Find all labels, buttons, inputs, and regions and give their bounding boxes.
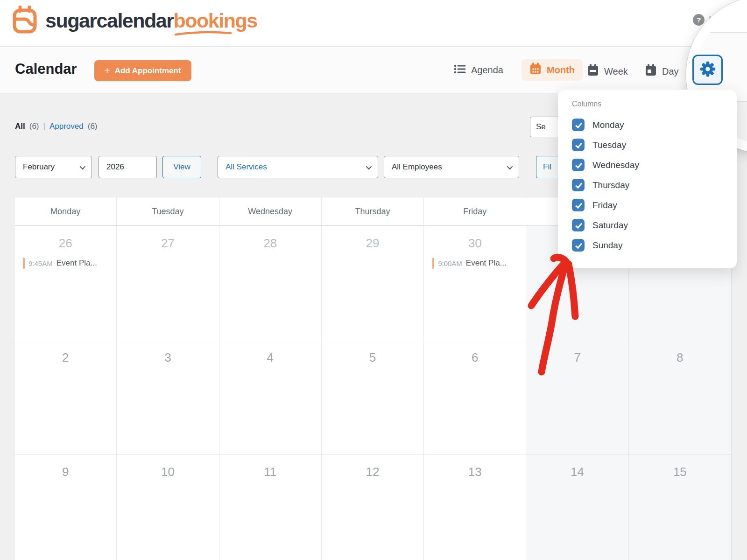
calendar-cell[interactable]: 14 [526, 455, 628, 560]
calendar-cell[interactable]: 269:45AMEvent Pla... [14, 226, 117, 340]
employees-select[interactable]: All Employees [384, 156, 519, 178]
columns-menu-list: MondayTuesdayWednesdayThursdayFridaySatu… [572, 115, 737, 255]
day-header-cell: Thursday [322, 197, 424, 225]
event-title: Event Pla... [56, 259, 97, 268]
calendar-cell[interactable]: 309:00AMEvent Pla... [424, 226, 526, 340]
year-input[interactable]: 2026 [99, 156, 157, 178]
checkbox-label: Saturday [592, 220, 628, 231]
calendar-week-row: 2345678 [14, 340, 731, 455]
sugarcalendar-logo-icon [13, 6, 37, 35]
tab-all[interactable]: All [15, 122, 25, 131]
calendar-cell[interactable]: 10 [117, 455, 219, 560]
cell-date: 29 [322, 236, 423, 251]
question-mark-icon[interactable]: ? [693, 14, 705, 26]
page-title: Calendar [15, 61, 77, 77]
checkmark-icon [575, 181, 582, 189]
cell-date: 11 [219, 465, 321, 479]
settings-button[interactable] [692, 55, 723, 85]
checkbox-checked-icon[interactable] [572, 179, 585, 191]
checkmark-icon [575, 161, 582, 168]
calendar-cell[interactable]: 6 [424, 340, 526, 455]
calendar-cell[interactable]: 15 [629, 455, 731, 560]
cell-date: 26 [14, 236, 116, 251]
event-color-bar [432, 258, 434, 269]
calendar-cell[interactable]: 11 [219, 455, 322, 560]
cell-date: 12 [322, 465, 423, 479]
plus-icon: + [105, 65, 110, 76]
columns-menu-item[interactable]: Monday [572, 115, 737, 135]
event-chip[interactable]: 9:00AMEvent Pla... [432, 258, 507, 269]
agenda-list-icon [454, 64, 466, 77]
cell-date: 15 [629, 465, 731, 479]
calendar-cell[interactable]: 5 [322, 340, 424, 455]
view-tab-agenda[interactable]: Agenda [454, 64, 503, 77]
view-tab-day[interactable]: Day [645, 64, 679, 79]
checkbox-checked-icon[interactable] [572, 139, 585, 151]
event-title: Event Pla... [466, 259, 507, 268]
cell-date: 9 [14, 465, 116, 479]
help-link[interactable]: ? H [693, 14, 715, 26]
checkbox-checked-icon[interactable] [572, 199, 585, 211]
view-button[interactable]: View [162, 156, 201, 178]
view-tab-month[interactable]: Month [521, 59, 583, 81]
top-bar: sugarcalendar bookings ? H [0, 0, 747, 47]
calendar-cell[interactable]: 12 [322, 455, 424, 560]
columns-menu-item[interactable]: Wednesday [572, 155, 737, 175]
chevron-down-icon [80, 163, 86, 169]
checkbox-checked-icon[interactable] [572, 239, 585, 252]
columns-menu-item[interactable]: Thursday [572, 175, 737, 195]
checkmark-icon [575, 141, 582, 148]
day-header-cell: Wednesday [219, 197, 322, 225]
month-select[interactable]: February [15, 156, 92, 178]
checkbox-checked-icon[interactable] [572, 219, 585, 231]
cell-date: 14 [526, 465, 628, 479]
wordmark-underline [174, 30, 233, 36]
checkmark-icon [575, 201, 582, 209]
calendar-cell[interactable]: 28 [219, 226, 322, 340]
calendar-cell[interactable]: 27 [117, 226, 219, 340]
wordmark-primary: sugarcalendar [45, 9, 173, 32]
cell-date: 4 [219, 350, 321, 365]
day-header-cell: Monday [14, 197, 117, 225]
calendar-cell[interactable]: 2 [14, 340, 117, 455]
view-tab-week[interactable]: Week [587, 64, 628, 79]
add-appointment-button[interactable]: + Add Appointment [94, 60, 191, 81]
checkmark-icon [575, 221, 582, 229]
calendar-cell[interactable]: 8 [629, 340, 731, 455]
wordmark-secondary: bookings [173, 9, 257, 32]
calendar-cell[interactable]: 4 [219, 340, 322, 455]
status-tabs: All (6) | Approved (6) [15, 122, 98, 131]
calendar-cell[interactable]: 7 [526, 340, 628, 455]
checkbox-label: Monday [592, 120, 624, 130]
brand-wordmark: sugarcalendar bookings [45, 9, 257, 32]
tab-approved[interactable]: Approved [49, 122, 84, 131]
cell-date: 10 [117, 465, 218, 479]
calendar-week-row: 9101112131415 [14, 455, 731, 560]
cell-date: 27 [117, 236, 218, 251]
columns-menu-item[interactable]: Sunday [572, 235, 737, 255]
columns-menu-item[interactable]: Tuesday [572, 135, 737, 155]
calendar-cell[interactable]: 9 [14, 455, 117, 560]
cell-date: 2 [14, 350, 116, 365]
event-chip[interactable]: 9:45AMEvent Pla... [23, 258, 97, 269]
calendar-body: 269:45AMEvent Pla...272829309:00AMEvent … [14, 226, 731, 560]
checkbox-checked-icon[interactable] [572, 159, 585, 171]
services-select[interactable]: All Services [218, 156, 378, 178]
columns-menu: Columns MondayTuesdayWednesdayThursdayFr… [558, 90, 737, 268]
calendar-week-icon [587, 64, 599, 79]
columns-menu-item[interactable]: Friday [572, 195, 737, 215]
event-time: 9:00AM [438, 259, 462, 267]
columns-menu-title: Columns [572, 100, 737, 108]
checkbox-checked-icon[interactable] [572, 119, 585, 131]
day-header-cell: Friday [424, 197, 526, 225]
cell-date: 28 [219, 236, 321, 251]
checkmark-icon [575, 121, 582, 128]
columns-menu-item[interactable]: Saturday [572, 215, 737, 235]
cell-date: 13 [424, 465, 526, 479]
calendar-cell[interactable]: 13 [424, 455, 526, 560]
chevron-down-icon [366, 163, 372, 169]
cell-date: 7 [526, 350, 628, 365]
checkbox-label: Thursday [592, 180, 629, 190]
calendar-cell[interactable]: 29 [322, 226, 424, 340]
calendar-cell[interactable]: 3 [117, 340, 219, 455]
